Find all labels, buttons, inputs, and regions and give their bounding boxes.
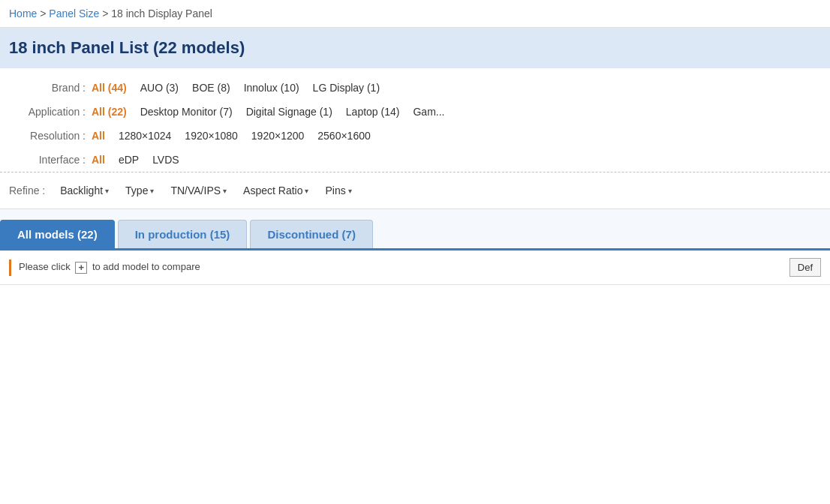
filter-res-1280[interactable]: 1280×1024	[119, 130, 171, 142]
refine-type[interactable]: Type ▾	[119, 182, 160, 200]
tab-all-models[interactable]: All models (22)	[0, 220, 115, 248]
filter-label-application: Application :	[9, 106, 92, 118]
refine-backlight[interactable]: Backlight ▾	[54, 182, 115, 200]
filter-brand-innolux[interactable]: Innolux (10)	[244, 82, 299, 94]
refine-aspect-ratio[interactable]: Aspect Ratio ▾	[237, 182, 314, 200]
filter-iface-edp[interactable]: eDP	[119, 154, 139, 166]
orange-accent-line	[9, 260, 11, 276]
tab-in-production[interactable]: In production (15)	[118, 220, 248, 248]
chevron-down-icon: ▾	[348, 187, 352, 195]
tab-discontinued[interactable]: Discontinued (7)	[250, 220, 373, 248]
breadcrumb-panel-size[interactable]: Panel Size	[49, 8, 99, 20]
filter-res-2560[interactable]: 2560×1600	[317, 130, 370, 142]
filter-iface-lvds[interactable]: LVDS	[152, 154, 179, 166]
chevron-down-icon: ▾	[223, 187, 227, 195]
filter-res-all[interactable]: All	[92, 130, 105, 142]
refine-pins[interactable]: Pins ▾	[319, 182, 357, 200]
filter-res-1920-1080[interactable]: 1920×1080	[185, 130, 237, 142]
compare-bar-right: Def	[789, 258, 821, 277]
tabs-bar: All models (22) In production (15) Disco…	[0, 209, 830, 250]
chevron-down-icon: ▾	[105, 187, 109, 195]
breadcrumb-sep1: >	[40, 8, 49, 20]
breadcrumb-home[interactable]: Home	[9, 8, 37, 20]
filter-options-resolution: All 1280×1024 1920×1080 1920×1200 2560×1…	[92, 130, 371, 142]
filter-app-laptop[interactable]: Laptop (14)	[346, 106, 400, 118]
filter-brand-auo[interactable]: AUO (3)	[140, 82, 179, 94]
chevron-down-icon: ▾	[150, 187, 154, 195]
chevron-down-icon: ▾	[305, 187, 308, 195]
add-compare-icon[interactable]: +	[75, 262, 87, 274]
default-button[interactable]: Def	[789, 258, 821, 277]
breadcrumb-current: 18 inch Display Panel	[111, 8, 212, 20]
refine-tn-va-ips[interactable]: TN/VA/IPS ▾	[164, 182, 233, 200]
filter-label-resolution: Resolution :	[9, 130, 92, 142]
compare-bar-text: Please click + to add model to compare	[19, 261, 789, 274]
refine-label: Refine :	[9, 184, 45, 196]
filter-label-interface: Interface :	[9, 154, 92, 166]
filter-options-brand: All (44) AUO (3) BOE (8) Innolux (10) LG…	[92, 82, 380, 94]
filter-app-gaming[interactable]: Gam...	[413, 106, 444, 118]
filter-options-application: All (22) Desktop Monitor (7) Digital Sig…	[92, 106, 444, 118]
filter-row-interface: Interface : All eDP LVDS	[9, 148, 821, 172]
compare-bar: Please click + to add model to compare D…	[0, 250, 830, 285]
filter-brand-all[interactable]: All (44)	[92, 82, 127, 94]
filter-row-resolution: Resolution : All 1280×1024 1920×1080 192…	[9, 124, 821, 148]
filter-iface-all[interactable]: All	[92, 154, 105, 166]
refine-bar: Refine : Backlight ▾ Type ▾ TN/VA/IPS ▾ …	[0, 172, 830, 209]
filter-section: Brand : All (44) AUO (3) BOE (8) Innolux…	[0, 68, 830, 172]
page-title: 18 inch Panel List (22 models)	[9, 38, 821, 58]
filter-res-1920-1200[interactable]: 1920×1200	[251, 130, 304, 142]
filter-app-all[interactable]: All (22)	[92, 106, 127, 118]
filter-brand-lg[interactable]: LG Display (1)	[313, 82, 380, 94]
filter-brand-boe[interactable]: BOE (8)	[192, 82, 230, 94]
filter-row-application: Application : All (22) Desktop Monitor (…	[9, 100, 821, 124]
filter-options-interface: All eDP LVDS	[92, 154, 179, 166]
filter-row-brand: Brand : All (44) AUO (3) BOE (8) Innolux…	[9, 76, 821, 100]
filter-label-brand: Brand :	[9, 82, 92, 94]
breadcrumb: Home > Panel Size > 18 inch Display Pane…	[0, 0, 830, 28]
filter-app-desktop[interactable]: Desktop Monitor (7)	[140, 106, 233, 118]
filter-app-digital[interactable]: Digital Signage (1)	[246, 106, 332, 118]
breadcrumb-sep2: >	[102, 8, 111, 20]
page-title-bar: 18 inch Panel List (22 models)	[0, 28, 830, 68]
